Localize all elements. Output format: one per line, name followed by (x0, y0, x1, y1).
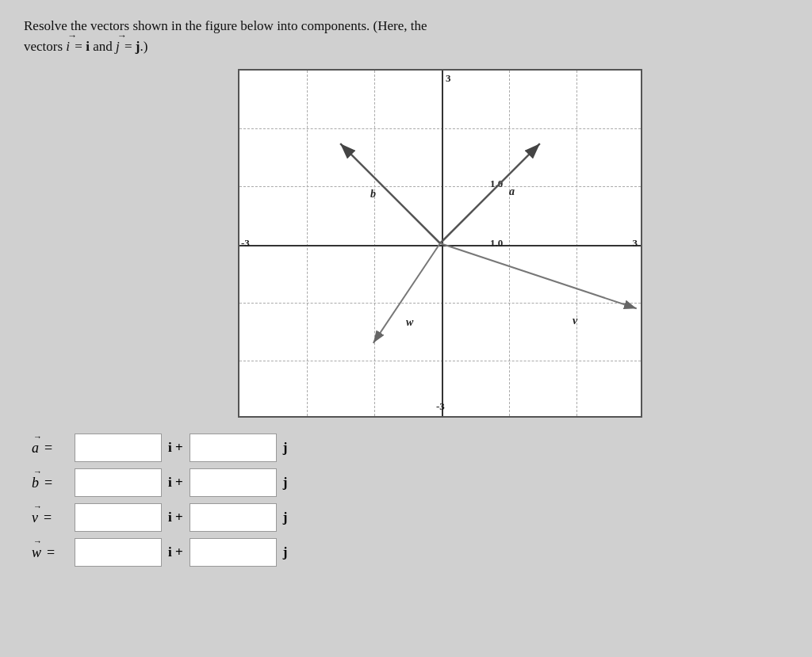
i-vector-symbol: →i (66, 36, 70, 57)
label-w: →w = (32, 544, 71, 561)
input-w-j[interactable] (190, 538, 277, 567)
input-b-i[interactable] (75, 468, 162, 497)
label-a: →a = (32, 440, 71, 456)
plus-i-a: i + (168, 440, 183, 456)
input-row-w: →w = i + j (32, 538, 287, 567)
plus-i-v: i + (168, 510, 183, 525)
vector-a-label: a (509, 185, 515, 198)
input-b-j[interactable] (190, 468, 277, 497)
vector-b-label: b (370, 188, 376, 201)
and-text: and (90, 39, 116, 54)
j-label-v: j (283, 510, 288, 525)
vector-b-line (340, 143, 440, 243)
question-line1: Resolve the vectors shown in the figure … (24, 18, 427, 33)
question-text: Resolve the vectors shown in the figure … (24, 16, 788, 56)
vector-v-label: v (573, 315, 577, 327)
input-v-i[interactable] (75, 503, 162, 532)
content-area: -3 3 3 -3 1.0 1.0 (24, 69, 788, 567)
input-w-i[interactable] (75, 538, 162, 567)
input-row-v: →v = i + j (32, 503, 287, 532)
label-b: →b = (32, 475, 71, 491)
page-wrapper: Resolve the vectors shown in the figure … (24, 16, 788, 567)
vector-v-line (440, 243, 637, 308)
j-vector-symbol: →j (116, 36, 120, 57)
plus-i-w: i + (168, 544, 183, 560)
period: .) (140, 39, 147, 54)
input-row-b: →b = i + j (32, 468, 287, 497)
input-a-j[interactable] (190, 434, 277, 462)
vector-a-line (440, 143, 540, 243)
vectors-svg (239, 71, 641, 416)
graph-canvas: -3 3 3 -3 1.0 1.0 (238, 69, 642, 418)
graph-container: -3 3 3 -3 1.0 1.0 (238, 69, 642, 418)
label-v: →v = (32, 510, 71, 526)
input-v-j[interactable] (190, 503, 277, 532)
vector-w-label: w (406, 316, 413, 329)
j-label-w: j (283, 544, 288, 560)
inputs-area: →a = i + j →b = i + j (32, 434, 287, 567)
input-row-a: →a = i + j (32, 434, 287, 462)
plus-i-b: i + (168, 475, 183, 491)
j-label-b: j (283, 475, 288, 491)
question-line2-prefix: vectors (24, 39, 66, 54)
input-a-i[interactable] (75, 434, 162, 462)
j-label-a: j (283, 440, 288, 456)
